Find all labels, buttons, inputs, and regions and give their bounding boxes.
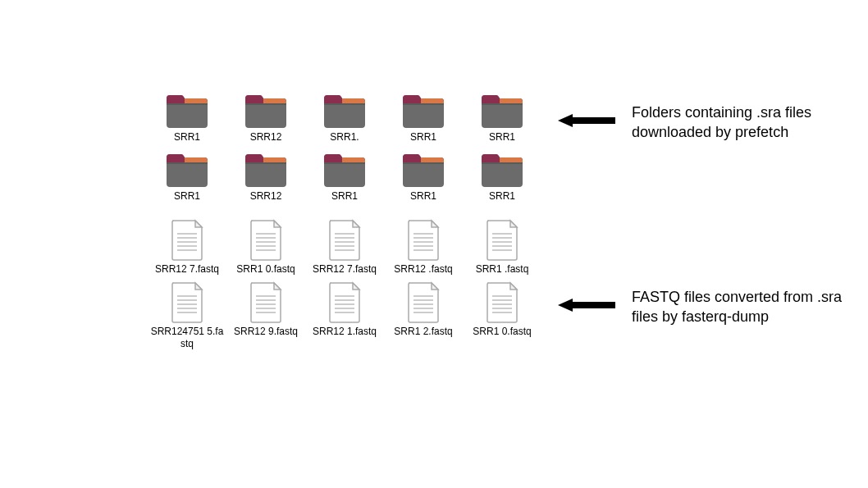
text-file-icon [405,281,441,324]
text-file-icon [484,281,520,324]
annotation-folders: Folders containing .sra files downloaded… [558,103,845,143]
folders-grid: SRR1SRR12SRR1.SRR1SRR1SRR1SRR12SRR1SRR1S… [148,90,541,209]
file-browser-view: SRR1SRR12SRR1.SRR1SRR1SRR1SRR12SRR1SRR1S… [148,90,541,366]
text-file-icon [248,281,284,324]
folder-item[interactable]: SRR1 [463,149,541,202]
folder-item[interactable]: SRR1 [384,90,463,143]
folder-icon [165,90,209,130]
file-label: SRR12 .fastq [394,263,452,275]
folder-icon [244,149,288,189]
file-label: SRR12 7.fastq [313,263,377,275]
file-item[interactable]: SRR1 2.fastq [384,281,463,349]
files-grid: SRR12 7.fastqSRR1 0.fastqSRR12 7.fastqSR… [148,219,541,356]
text-file-icon [327,281,363,324]
file-label: SRR1 0.fastq [236,263,295,275]
file-item[interactable]: SRR124751 5.fastq [148,281,226,349]
file-item[interactable]: SRR12 7.fastq [148,219,226,275]
folder-item[interactable]: SRR12 [226,90,305,143]
text-file-icon [248,219,284,262]
folder-icon [244,90,288,130]
text-file-icon [327,219,363,262]
folder-label: SRR1. [330,131,359,143]
file-label: SRR12 1.fastq [313,326,377,337]
svg-marker-1 [558,299,615,312]
annotation-folders-text: Folders containing .sra files downloaded… [632,103,845,143]
file-item[interactable]: SRR12 7.fastq [305,219,384,275]
arrow-left-icon [558,112,615,132]
file-item[interactable]: SRR1 0.fastq [463,281,541,349]
folder-label: SRR1 [410,190,436,202]
annotation-files: FASTQ files converted from .sra files by… [558,287,845,327]
svg-marker-0 [558,114,615,127]
folder-icon [322,149,367,189]
folder-item[interactable]: SRR12 [226,149,305,202]
folder-icon [165,149,209,189]
file-item[interactable]: SRR1 0.fastq [226,219,305,275]
folders-section: SRR1SRR12SRR1.SRR1SRR1SRR1SRR12SRR1SRR1S… [148,90,541,209]
folder-icon [401,90,445,130]
file-item[interactable]: SRR12 9.fastq [226,281,305,349]
file-item[interactable]: SRR12 .fastq [384,219,463,275]
file-item[interactable]: SRR1 .fastq [463,219,541,275]
folder-icon [480,149,524,189]
folder-label: SRR1 [489,131,515,143]
folder-item[interactable]: SRR1 [148,90,226,143]
arrow-left-icon [558,297,615,317]
folder-label: SRR1 [410,131,436,143]
folder-label: SRR12 [250,190,282,202]
folder-icon [322,90,367,130]
file-label: SRR1 2.fastq [394,326,452,337]
file-label: SRR12 9.fastq [234,326,298,337]
file-label: SRR1 .fastq [476,263,529,275]
folder-item[interactable]: SRR1 [148,149,226,202]
folder-item[interactable]: SRR1 [305,149,384,202]
folder-label: SRR12 [250,131,282,143]
annotation-files-text: FASTQ files converted from .sra files by… [632,287,845,327]
folder-label: SRR1 [174,190,200,202]
folder-label: SRR1 [174,131,200,143]
folder-item[interactable]: SRR1 [463,90,541,143]
folder-item[interactable]: SRR1 [384,149,463,202]
file-item[interactable]: SRR12 1.fastq [305,281,384,349]
text-file-icon [169,219,205,262]
file-label: SRR1 0.fastq [473,326,531,337]
text-file-icon [484,219,520,262]
files-section: SRR12 7.fastqSRR1 0.fastqSRR12 7.fastqSR… [148,219,541,356]
folder-item[interactable]: SRR1. [305,90,384,143]
folder-icon [401,149,445,189]
text-file-icon [405,219,441,262]
text-file-icon [169,281,205,324]
file-label: SRR124751 5.fastq [150,326,224,349]
file-label: SRR12 7.fastq [155,263,219,275]
folder-label: SRR1 [331,190,358,202]
folder-icon [480,90,524,130]
folder-label: SRR1 [489,190,515,202]
